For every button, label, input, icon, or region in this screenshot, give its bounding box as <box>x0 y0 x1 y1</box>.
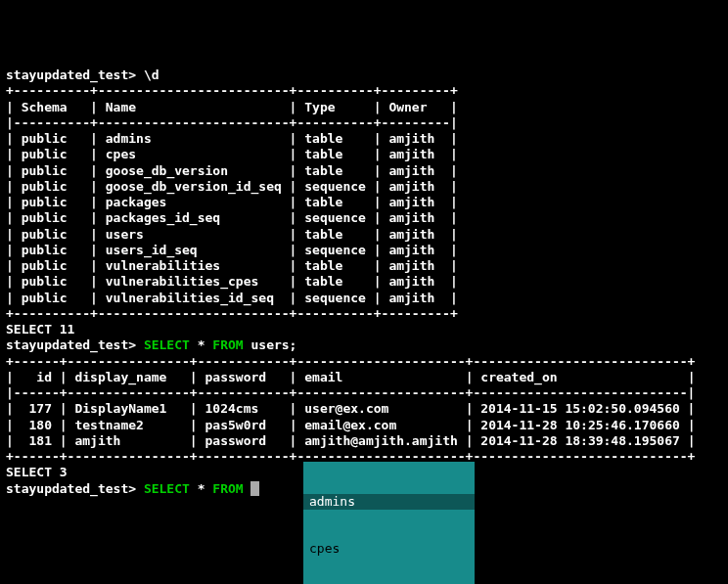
table-border: |----------+-------------------------+--… <box>6 115 458 130</box>
sql-keyword: FROM <box>212 481 243 496</box>
status-text: SELECT 3 <box>6 465 68 479</box>
table-row: | 177 | DisplayName1 | 1024cms | user@ex… <box>6 401 695 416</box>
table-row: | public | packages | table | amjith | <box>6 195 458 209</box>
status-text: SELECT 11 <box>6 322 74 337</box>
table-border: +----------+-------------------------+--… <box>6 83 458 98</box>
sql-star: * <box>198 481 205 496</box>
sql-keyword: FROM <box>212 337 243 352</box>
autocomplete-popup[interactable]: admins cpes goose_db_version packages us… <box>303 462 475 584</box>
table-row: | public | users | table | amjith | <box>6 227 458 242</box>
table-row: | 180 | testname2 | pas5w0rd | email@ex.… <box>6 418 695 432</box>
table-row: | public | packages_id_seq | sequence | … <box>6 210 458 225</box>
table-header-row: | Schema | Name | Type | Owner | <box>6 100 458 114</box>
table-row: | public | users_id_seq | sequence | amj… <box>6 243 458 257</box>
table-row: | public | vulnerabilities_cpes | table … <box>6 274 458 289</box>
table-border: +----------+-------------------------+--… <box>6 306 458 321</box>
sql-arg: users; <box>250 337 296 352</box>
table-row: | 181 | amjith | password | amjith@amjit… <box>6 433 695 448</box>
prompt-db: stayupdated_test> <box>6 67 136 82</box>
table-row: | public | admins | table | amjith | <box>6 131 458 146</box>
table-border: +------+----------------+------------+--… <box>6 354 695 369</box>
sql-keyword: SELECT <box>144 337 190 352</box>
cursor <box>250 481 259 496</box>
autocomplete-item[interactable]: admins <box>303 494 475 510</box>
table-row: | public | vulnerabilities | table | amj… <box>6 258 458 273</box>
table-row: | public | vulnerabilities_id_seq | sequ… <box>6 291 458 305</box>
table-header-row: | id | display_name | password | email |… <box>6 370 695 384</box>
prompt-db: stayupdated_test> <box>6 481 136 496</box>
sql-star: * <box>198 337 205 352</box>
autocomplete-item[interactable]: cpes <box>303 541 475 557</box>
table-row: | public | goose_db_version | table | am… <box>6 163 458 178</box>
table-row: | public | cpes | table | amjith | <box>6 147 458 161</box>
sql-keyword: SELECT <box>144 481 190 496</box>
prompt-db: stayupdated_test> <box>6 337 136 352</box>
cmd-psql: \d <box>144 67 159 82</box>
table-border: |------+----------------+------------+--… <box>6 385 695 400</box>
table-row: | public | goose_db_version_id_seq | seq… <box>6 179 458 194</box>
terminal-output[interactable]: stayupdated_test> \d +----------+-------… <box>6 67 722 497</box>
